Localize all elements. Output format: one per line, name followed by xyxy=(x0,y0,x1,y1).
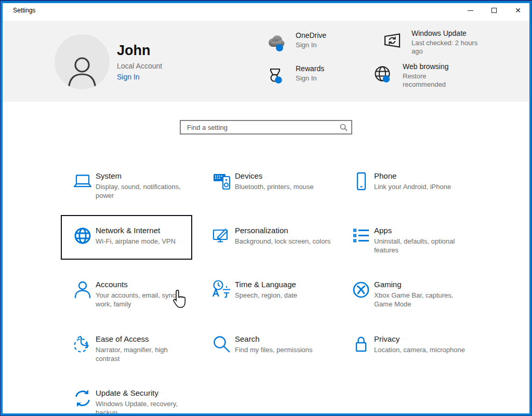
categories-grid: System Display, sound, notifications, po… xyxy=(61,164,478,416)
tile-subtitle: Narrator, magnifier, high contrast xyxy=(96,345,192,363)
windows-update-icon xyxy=(381,30,404,53)
web-browsing-globe-icon xyxy=(372,63,395,86)
personalization-icon xyxy=(211,225,232,246)
status-item-windows-update[interactable]: Windows Update Last checked: 2 hours ago xyxy=(381,29,485,56)
tile-title: Devices xyxy=(235,171,331,180)
minimize-icon xyxy=(468,10,473,11)
tile-update-security[interactable]: Update & Security Windows Update, recove… xyxy=(61,381,200,416)
tile-apps[interactable]: Apps Uninstall, defaults, optional featu… xyxy=(339,218,478,273)
devices-icon xyxy=(211,171,232,192)
status-title: Web browsing xyxy=(403,62,461,71)
status-subtitle: Sign In xyxy=(296,41,326,49)
close-button[interactable]: ✕ xyxy=(506,0,530,21)
tile-ease-of-access[interactable]: Ease of Access Narrator, magnifier, high… xyxy=(61,327,200,381)
tile-title: Search xyxy=(235,334,331,343)
tile-subtitle: Uninstall, defaults, optional features xyxy=(374,237,471,254)
maximize-icon xyxy=(491,8,497,13)
onedrive-cloud-icon xyxy=(265,32,288,55)
tile-subtitle: Wi-Fi, airplane mode, VPN xyxy=(96,237,192,246)
tile-subtitle: Xbox Game Bar, captures, Game Mode xyxy=(374,291,471,308)
status-title: Windows Update xyxy=(411,29,485,37)
tile-title: Apps xyxy=(374,226,471,235)
tile-title: Ease of Access xyxy=(96,334,192,343)
time-language-icon xyxy=(211,279,232,300)
tile-search[interactable]: Search Find my files, permissions xyxy=(200,327,339,381)
tile-title: Privacy xyxy=(374,334,471,343)
tile-subtitle: Windows Update, recovery, backup xyxy=(96,399,192,416)
search-category-icon xyxy=(211,334,232,355)
tile-title: System xyxy=(96,171,192,180)
tile-subtitle: Bluetooth, printers, mouse xyxy=(235,182,331,191)
gaming-icon xyxy=(351,279,371,300)
tile-subtitle: Your accounts, email, sync, work, family xyxy=(96,291,192,308)
account-type: Local Account xyxy=(117,62,162,70)
search-input[interactable] xyxy=(180,120,352,135)
ease-of-access-icon xyxy=(72,334,93,355)
avatar xyxy=(55,34,110,89)
update-security-icon xyxy=(72,388,93,409)
tile-privacy[interactable]: Privacy Location, camera, microphone xyxy=(339,327,478,381)
privacy-icon xyxy=(351,334,371,355)
accounts-icon xyxy=(72,279,93,300)
status-item-rewards[interactable]: Rewards Sign In xyxy=(265,64,324,88)
tile-gaming[interactable]: Gaming Xbox Game Bar, captures, Game Mod… xyxy=(339,272,478,327)
tile-accounts[interactable]: Accounts Your accounts, email, sync, wor… xyxy=(61,272,200,327)
user-name: John xyxy=(117,43,151,59)
maximize-button[interactable] xyxy=(482,0,506,21)
tile-title: Network & Internet xyxy=(96,226,192,235)
search-box xyxy=(180,120,352,135)
tile-subtitle: Background, lock screen, colors xyxy=(235,237,331,246)
status-item-web-browsing[interactable]: Web browsing Restore recommended xyxy=(372,62,461,89)
titlebar: Settings ✕ xyxy=(0,0,532,21)
tile-title: Time & Language xyxy=(235,280,331,289)
network-icon xyxy=(72,225,93,246)
tile-subtitle: Find my files, permissions xyxy=(235,345,331,354)
apps-icon xyxy=(351,225,371,246)
tile-personalization[interactable]: Personalization Background, lock screen,… xyxy=(200,218,339,273)
user-sign-in-link[interactable]: Sign In xyxy=(117,73,140,81)
status-item-onedrive[interactable]: OneDrive Sign In xyxy=(265,31,326,55)
tile-network-internet[interactable]: Network & Internet Wi-Fi, airplane mode,… xyxy=(61,218,200,273)
status-title: OneDrive xyxy=(296,31,326,39)
window-title: Settings xyxy=(13,7,35,14)
system-icon xyxy=(72,171,93,192)
tile-subtitle: Speech, region, date xyxy=(235,291,331,300)
person-icon xyxy=(66,54,98,89)
status-subtitle: Last checked: 2 hours ago xyxy=(411,39,485,56)
status-title: Rewards xyxy=(296,64,324,73)
tile-title: Gaming xyxy=(374,280,471,289)
status-subtitle: Sign In xyxy=(296,74,324,83)
tile-subtitle: Link your Android, iPhone xyxy=(374,182,471,191)
tile-title: Phone xyxy=(374,171,471,180)
tile-system[interactable]: System Display, sound, notifications, po… xyxy=(61,164,200,218)
rewards-medal-icon xyxy=(265,65,288,88)
status-subtitle: Restore recommended xyxy=(403,72,461,89)
tile-subtitle: Display, sound, notifications, power xyxy=(96,182,192,200)
close-icon: ✕ xyxy=(515,6,521,15)
tile-title: Personalization xyxy=(235,226,331,235)
tile-subtitle: Location, camera, microphone xyxy=(374,345,471,354)
minimize-button[interactable] xyxy=(458,0,482,21)
tile-time-language[interactable]: Time & Language Speech, region, date xyxy=(200,272,339,327)
window-controls: ✕ xyxy=(458,0,530,21)
tile-phone[interactable]: Phone Link your Android, iPhone xyxy=(339,164,478,218)
tile-devices[interactable]: Devices Bluetooth, printers, mouse xyxy=(200,164,339,218)
account-header: John Local Account Sign In OneDrive Sign… xyxy=(3,21,529,102)
tile-title: Update & Security xyxy=(96,388,192,397)
tile-title: Accounts xyxy=(96,280,192,289)
phone-icon xyxy=(351,171,371,192)
